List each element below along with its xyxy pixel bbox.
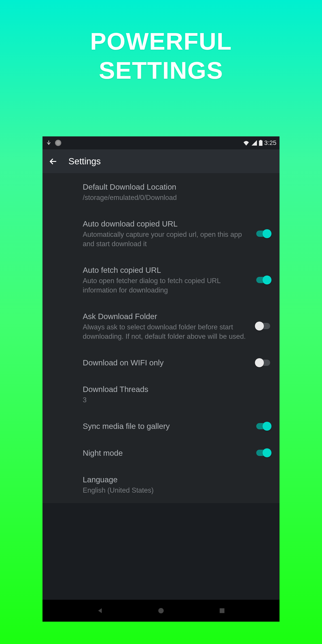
status-bar: 3:25 bbox=[42, 136, 280, 149]
nav-recent-icon[interactable] bbox=[218, 607, 226, 614]
navigation-bar bbox=[42, 600, 280, 622]
toggle-sync-gallery[interactable] bbox=[255, 422, 272, 431]
toggle-ask-folder[interactable] bbox=[255, 322, 272, 330]
svg-rect-0 bbox=[259, 141, 262, 146]
phone-screen: 3:25 Settings Default Download Location … bbox=[42, 136, 280, 622]
setting-auto-fetch[interactable]: Auto fetch copied URL Auto open fetcher … bbox=[42, 257, 280, 303]
setting-sync-gallery[interactable]: Sync media file to gallery bbox=[42, 413, 280, 440]
status-time: 3:25 bbox=[264, 139, 276, 146]
status-left bbox=[46, 140, 61, 146]
setting-title: Download Threads bbox=[83, 384, 266, 394]
nav-home-icon[interactable] bbox=[156, 607, 166, 614]
toggle-wifi-only[interactable] bbox=[255, 358, 272, 367]
toggle-auto-download[interactable] bbox=[255, 229, 272, 238]
setting-value: /storage/emulated/0/Download bbox=[83, 193, 266, 202]
promo-heading: POWERFUL SETTINGS bbox=[0, 0, 322, 85]
wifi-icon bbox=[243, 140, 250, 146]
setting-subtitle: Automatically capture your copied url, o… bbox=[83, 230, 250, 249]
page-title: Settings bbox=[68, 156, 101, 166]
setting-language[interactable]: Language English (United States) bbox=[42, 466, 280, 503]
setting-wifi-only[interactable]: Download on WIFI only bbox=[42, 349, 280, 376]
svg-rect-3 bbox=[220, 608, 224, 613]
settings-list: Default Download Location /storage/emula… bbox=[42, 174, 280, 503]
setting-title: Ask Download Folder bbox=[83, 311, 250, 322]
cellular-icon bbox=[251, 140, 257, 146]
setting-auto-download[interactable]: Auto download copied URL Automatically c… bbox=[42, 210, 280, 257]
loading-indicator-icon bbox=[55, 140, 61, 146]
setting-ask-folder[interactable]: Ask Download Folder Always ask to select… bbox=[42, 303, 280, 349]
setting-title: Default Download Location bbox=[83, 182, 266, 192]
setting-night-mode[interactable]: Night mode bbox=[42, 440, 280, 466]
svg-rect-1 bbox=[260, 140, 262, 141]
setting-value: 3 bbox=[83, 395, 266, 405]
setting-title: Language bbox=[83, 474, 266, 485]
svg-point-2 bbox=[158, 608, 164, 613]
download-indicator-icon bbox=[46, 140, 52, 146]
setting-title: Auto download copied URL bbox=[83, 218, 250, 229]
setting-title: Night mode bbox=[83, 448, 250, 458]
battery-icon bbox=[259, 140, 262, 146]
toggle-night-mode[interactable] bbox=[255, 448, 272, 457]
nav-back-icon[interactable] bbox=[96, 607, 104, 614]
back-arrow-icon[interactable] bbox=[49, 157, 58, 166]
promo-line2: SETTINGS bbox=[0, 56, 322, 85]
setting-threads[interactable]: Download Threads 3 bbox=[42, 376, 280, 413]
promo-line1: POWERFUL bbox=[0, 27, 322, 56]
setting-title: Sync media file to gallery bbox=[83, 421, 250, 431]
setting-subtitle: Auto open fetcher dialog to fetch copied… bbox=[83, 276, 250, 295]
setting-default-location[interactable]: Default Download Location /storage/emula… bbox=[42, 174, 280, 210]
app-bar: Settings bbox=[42, 149, 280, 174]
toggle-auto-fetch[interactable] bbox=[255, 276, 272, 284]
setting-value: English (United States) bbox=[83, 486, 266, 495]
setting-title: Auto fetch copied URL bbox=[83, 265, 250, 275]
setting-title: Download on WIFI only bbox=[83, 357, 250, 368]
setting-subtitle: Always ask to select download folder bef… bbox=[83, 322, 250, 341]
status-right: 3:25 bbox=[243, 139, 276, 146]
